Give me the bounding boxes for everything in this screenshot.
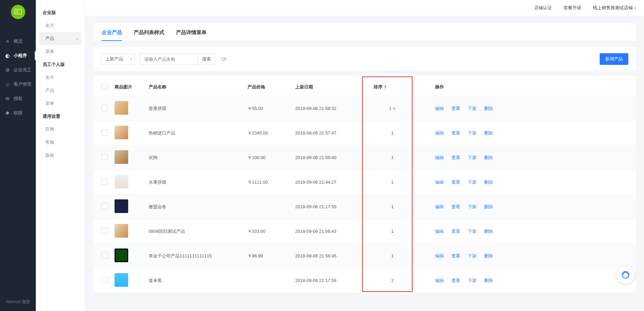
secondary-nav-item[interactable]: 官网 xyxy=(36,123,85,136)
row-checkbox[interactable] xyxy=(102,129,108,136)
tab[interactable]: 产品详情菜单 xyxy=(176,29,207,41)
action-edit[interactable]: 编辑 xyxy=(435,130,444,136)
secondary-nav-label: 菜单 xyxy=(45,100,54,107)
primary-nav-item[interactable]: ✱权限 xyxy=(0,106,36,120)
primary-nav-item[interactable]: ⚙企业员工 xyxy=(0,63,36,77)
primary-nav: ≡概况◐小程序⚙企业员工☺客户管理✉授权✱权限 Weimob 微盟 xyxy=(0,0,36,311)
action-off[interactable]: 下架 xyxy=(468,253,477,258)
action-delete[interactable]: 删除 xyxy=(484,278,493,283)
search-input[interactable] xyxy=(140,54,198,65)
store-switcher[interactable]: 线上销售推测试店铺 ▾ xyxy=(593,5,636,11)
action-delete[interactable]: 删除 xyxy=(484,180,493,185)
support-float-button[interactable] xyxy=(617,266,634,284)
table-row: 食来客2018-09-06 21:17:592编辑查看下架删除 xyxy=(93,268,636,293)
cell-sort: 1 xyxy=(370,170,415,195)
action-view[interactable]: 查看 xyxy=(451,253,460,258)
action-delete[interactable]: 删除 xyxy=(484,253,493,258)
chevron-down-icon: ▾ xyxy=(130,57,132,61)
cell-price: ￥1111.00 xyxy=(244,170,292,195)
add-product-button[interactable]: 新增产品 xyxy=(600,53,628,65)
cell-name: 买狗 xyxy=(145,145,244,170)
secondary-nav-item[interactable]: 名片 xyxy=(36,71,85,84)
primary-nav-item[interactable]: ◐小程序 xyxy=(0,48,36,63)
secondary-nav-item[interactable]: 产品 xyxy=(36,84,85,97)
search-button[interactable]: 搜索 xyxy=(198,54,214,65)
brand-footer: Weimob 微盟 xyxy=(0,293,36,311)
th-date: 上架日期 xyxy=(292,78,370,96)
row-checkbox[interactable] xyxy=(102,179,108,185)
action-edit[interactable]: 编辑 xyxy=(435,155,444,160)
product-thumbnail xyxy=(115,175,128,188)
action-view[interactable]: 查看 xyxy=(451,229,460,234)
nav-icon: ✱ xyxy=(4,110,11,116)
action-edit[interactable]: 编辑 xyxy=(435,229,444,234)
plan-upgrade-link[interactable]: 套餐升级 xyxy=(564,5,581,11)
product-table: 商品图片 产品名称 产品价格 上架日期 排序 ▲▼ 操作 xyxy=(93,78,636,293)
cell-sort: 2 xyxy=(370,268,415,293)
action-off[interactable]: 下架 xyxy=(468,278,477,283)
action-off[interactable]: 下架 xyxy=(468,204,477,209)
action-view[interactable]: 查看 xyxy=(451,204,460,209)
nav-icon: ⚙ xyxy=(4,67,11,73)
refresh-icon[interactable]: ⟳ xyxy=(222,56,226,63)
secondary-nav-item[interactable]: 客服 xyxy=(36,136,85,149)
secondary-nav-item[interactable]: 名片 xyxy=(36,19,85,32)
action-edit[interactable]: 编辑 xyxy=(435,106,444,111)
action-edit[interactable]: 编辑 xyxy=(435,180,444,185)
primary-nav-item[interactable]: ≡概况 xyxy=(0,34,36,48)
nav-label: 权限 xyxy=(14,110,23,116)
table-row: 买狗￥100.002018-09-06 21:56:401编辑查看下架删除 xyxy=(93,145,636,170)
th-sort[interactable]: 排序 ▲▼ xyxy=(370,78,415,96)
edit-sort-icon[interactable]: ✎ xyxy=(393,107,396,111)
cell-price: ￥333.00 xyxy=(244,219,292,244)
th-name: 产品名称 xyxy=(145,78,244,96)
secondary-nav-item[interactable]: 菜单 xyxy=(36,97,85,110)
action-edit[interactable]: 编辑 xyxy=(435,278,444,283)
secondary-nav-label: 产品 xyxy=(45,36,54,42)
row-checkbox[interactable] xyxy=(102,228,108,234)
action-view[interactable]: 查看 xyxy=(451,130,460,136)
filter-bar: 上架产品 ▾ 搜索 ⟳ 新增产品 xyxy=(93,47,636,71)
action-off[interactable]: 下架 xyxy=(468,229,477,234)
primary-nav-item[interactable]: ✉授权 xyxy=(0,91,36,106)
secondary-nav-item[interactable]: 版权 xyxy=(36,149,85,162)
product-thumbnail xyxy=(115,199,128,213)
nav-label: 小程序 xyxy=(14,53,27,59)
nav-icon: ≡ xyxy=(4,39,11,44)
status-select[interactable]: 上架产品 ▾ xyxy=(101,53,135,65)
action-off[interactable]: 下架 xyxy=(468,130,477,136)
cell-date: 2018-09-06 21:17:55 xyxy=(292,195,370,219)
action-delete[interactable]: 删除 xyxy=(484,130,493,136)
nav-label: 授权 xyxy=(14,96,23,102)
action-delete[interactable]: 删除 xyxy=(484,229,493,234)
action-off[interactable]: 下架 xyxy=(468,180,477,185)
tab[interactable]: 企业产品 xyxy=(102,29,122,41)
cell-name: 0808回归测试产品 xyxy=(145,219,244,244)
action-view[interactable]: 查看 xyxy=(451,180,460,185)
primary-nav-item[interactable]: ☺客户管理 xyxy=(0,77,36,91)
row-checkbox[interactable] xyxy=(102,252,108,258)
secondary-nav-item[interactable]: 产品▸ xyxy=(39,32,81,45)
action-delete[interactable]: 删除 xyxy=(484,155,493,160)
row-checkbox[interactable] xyxy=(102,105,108,111)
action-edit[interactable]: 编辑 xyxy=(435,253,444,258)
action-delete[interactable]: 删除 xyxy=(484,106,493,111)
store-cert-link[interactable]: 店铺认证 xyxy=(534,5,552,11)
row-checkbox[interactable] xyxy=(102,277,108,283)
action-off[interactable]: 下架 xyxy=(468,106,477,111)
action-off[interactable]: 下架 xyxy=(468,155,477,160)
action-delete[interactable]: 删除 xyxy=(484,204,493,209)
action-view[interactable]: 查看 xyxy=(451,106,460,111)
action-view[interactable]: 查看 xyxy=(451,278,460,283)
row-checkbox[interactable] xyxy=(102,154,108,160)
chevron-right-icon: ▸ xyxy=(76,37,78,41)
row-checkbox[interactable] xyxy=(102,203,108,209)
secondary-nav-label: 官网 xyxy=(45,126,54,132)
nav-group-title: 企业版 xyxy=(36,6,85,19)
action-edit[interactable]: 编辑 xyxy=(435,204,444,209)
secondary-nav-item[interactable]: 菜单 xyxy=(36,45,85,58)
select-all-checkbox[interactable] xyxy=(102,83,108,89)
action-view[interactable]: 查看 xyxy=(451,155,460,160)
secondary-nav-label: 客服 xyxy=(45,139,54,145)
tab[interactable]: 产品列表样式 xyxy=(134,29,164,41)
